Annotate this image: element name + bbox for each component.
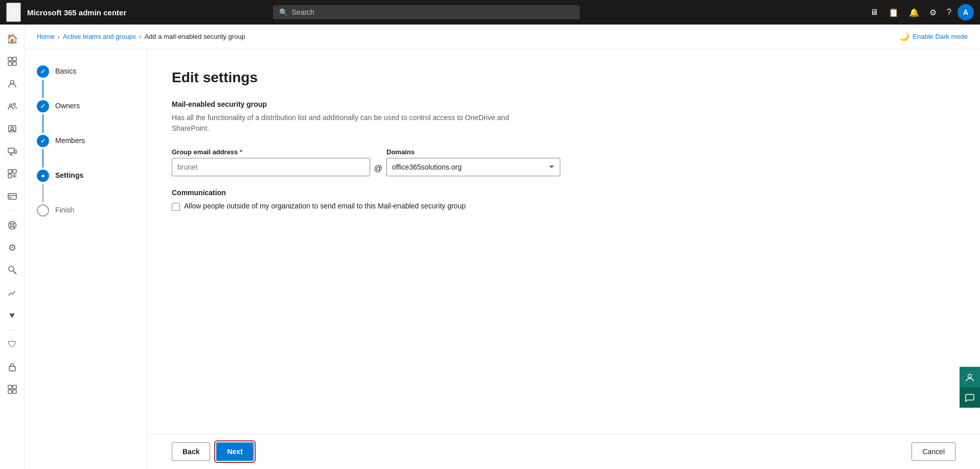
svg-point-23 — [968, 374, 972, 378]
breadcrumb: Home › Active teams and groups › Add a m… — [37, 33, 245, 40]
step-label-finish: Finish — [55, 204, 74, 214]
avatar[interactable]: A — [958, 4, 974, 20]
waffle-menu-button[interactable]: ⣿ — [6, 3, 21, 22]
svg-point-8 — [11, 127, 13, 130]
dark-mode-icon: 🌙 — [899, 32, 909, 41]
step-label-members: Members — [55, 135, 85, 145]
sidebar-item-more[interactable] — [2, 379, 22, 400]
sidebar-item-billing[interactable] — [2, 186, 22, 206]
svg-rect-13 — [8, 174, 12, 178]
sidebar-item-contacts[interactable] — [2, 119, 22, 139]
step-line-4 — [42, 184, 43, 202]
notifications-icon-button[interactable]: 🔔 — [905, 5, 923, 20]
svg-point-6 — [13, 103, 15, 105]
app-title: Microsoft 365 admin center — [27, 8, 126, 17]
svg-rect-11 — [8, 170, 12, 173]
next-button[interactable]: Next — [216, 442, 253, 461]
settings-icon-button[interactable]: ⚙ — [925, 5, 941, 20]
sidebar-item-reports[interactable] — [2, 283, 22, 303]
step-line-2 — [42, 114, 43, 133]
domain-group: Domains office365solutions.org — [386, 148, 560, 176]
outside-email-checkbox[interactable] — [172, 203, 180, 211]
form-area: Edit settings Mail-enabled security grou… — [147, 49, 980, 434]
step-circle-owners: ✓ — [37, 100, 49, 112]
step-label-basics: Basics — [55, 65, 76, 75]
svg-rect-3 — [13, 62, 16, 65]
domains-select[interactable]: office365solutions.org — [386, 158, 560, 176]
checkbox-label[interactable]: Allow people outside of my organization … — [184, 202, 466, 210]
dark-mode-button[interactable]: 🌙 Enable Dark mode — [899, 32, 968, 41]
checkbox-row: Allow people outside of my organization … — [172, 202, 955, 211]
sidebar-item-lock[interactable] — [2, 357, 22, 377]
email-group: Group email address * — [172, 148, 370, 176]
wizard-sidebar: ✓ Basics ✓ Owners ✓ — [25, 49, 147, 469]
step-circle-members: ✓ — [37, 135, 49, 147]
breadcrumb-bar: Home › Active teams and groups › Add a m… — [25, 25, 980, 49]
svg-rect-1 — [13, 57, 16, 61]
sidebar-item-users[interactable] — [2, 74, 22, 94]
wizard-footer: Back Next Cancel — [147, 434, 980, 469]
breadcrumb-sep-2: › — [139, 33, 141, 40]
breadcrumb-active-teams[interactable]: Active teams and groups — [63, 33, 136, 40]
messages-icon-button[interactable]: 🖥 — [866, 5, 882, 20]
breadcrumb-home[interactable]: Home — [37, 33, 55, 40]
svg-rect-14 — [8, 194, 16, 199]
search-box[interactable]: 🔍 — [273, 5, 580, 19]
svg-rect-19 — [8, 385, 12, 389]
topnav: ⣿ Microsoft 365 admin center 🔍 🖥 📋 🔔 ⚙ ?… — [0, 0, 980, 25]
svg-rect-22 — [13, 390, 16, 393]
sidebar-item-teams[interactable] — [2, 96, 22, 116]
main-layout: 🏠 — [0, 25, 980, 469]
chat-person-button[interactable] — [960, 367, 980, 387]
sidebar-item-support[interactable] — [2, 215, 22, 236]
dark-mode-label: Enable Dark mode — [913, 33, 968, 40]
sidebar-item-keys[interactable] — [2, 260, 22, 280]
communication-label: Communication — [172, 189, 955, 197]
communication-section: Communication Allow people outside of my… — [172, 189, 955, 211]
back-button[interactable]: Back — [172, 442, 210, 461]
sidebar-item-health[interactable]: ♥ — [2, 305, 22, 325]
cancel-button[interactable]: Cancel — [911, 442, 955, 461]
required-star: * — [240, 148, 242, 156]
section-title: Mail-enabled security group — [172, 100, 955, 108]
chat-message-button[interactable] — [960, 387, 980, 408]
form-title: Edit settings — [172, 69, 955, 86]
step-label-settings: Settings — [55, 170, 83, 179]
section-desc: Has all the functionality of a distribut… — [172, 112, 519, 134]
sidebar-item-devices[interactable] — [2, 141, 22, 161]
search-icon: 🔍 — [279, 8, 288, 16]
search-input[interactable] — [292, 8, 574, 16]
svg-rect-21 — [8, 390, 12, 393]
sidebar-item-security-bottom[interactable]: 🛡 — [2, 334, 22, 355]
sidebar-item-home[interactable]: 🏠 — [2, 29, 22, 49]
breadcrumb-sep-1: › — [58, 33, 60, 40]
topnav-icons: 🖥 📋 🔔 ⚙ ? A — [866, 4, 974, 20]
feedback-icon-button[interactable]: 📋 — [884, 5, 903, 20]
content-area: Home › Active teams and groups › Add a m… — [25, 25, 980, 469]
help-icon-button[interactable]: ? — [943, 5, 955, 20]
sidebar-item-settings[interactable]: ⚙ — [2, 238, 22, 258]
email-domain-row: Group email address * @ Domains office36… — [172, 148, 560, 176]
step-circle-finish — [37, 204, 49, 217]
step-line-1 — [42, 80, 43, 98]
svg-rect-2 — [8, 62, 12, 65]
sidebar-item-apps[interactable] — [2, 163, 22, 184]
svg-point-5 — [9, 104, 12, 107]
svg-rect-12 — [13, 170, 16, 173]
breadcrumb-current: Add a mail-enabled security group — [144, 33, 245, 40]
chat-widget — [960, 367, 980, 408]
email-label: Group email address * — [172, 148, 370, 156]
step-label-owners: Owners — [55, 100, 80, 110]
sidebar: 🏠 — [0, 25, 25, 469]
step-circle-basics: ✓ — [37, 65, 49, 78]
svg-rect-0 — [8, 57, 12, 61]
svg-rect-10 — [14, 150, 16, 153]
step-line-3 — [42, 149, 43, 168]
svg-rect-18 — [9, 366, 15, 371]
email-input[interactable] — [172, 158, 370, 176]
step-circle-settings: ● — [37, 170, 49, 182]
sidebar-item-dashboard[interactable] — [2, 51, 22, 72]
domains-label: Domains — [386, 148, 560, 156]
page-body: ✓ Basics ✓ Owners ✓ — [25, 49, 980, 469]
sidebar-divider-2 — [4, 330, 20, 330]
